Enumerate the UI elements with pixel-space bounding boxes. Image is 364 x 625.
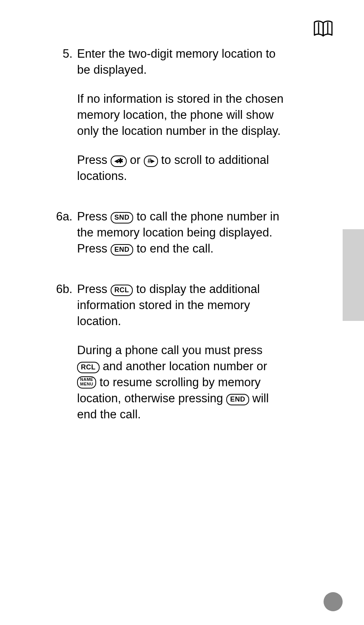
instruction-list: 5. Enter the two-digit memory location t… [42, 46, 286, 447]
text: and another location number or [103, 359, 267, 373]
key-snd: SND [111, 212, 134, 223]
key-rcl: RCL [77, 362, 100, 373]
text: or [130, 153, 143, 167]
manual-page: 5. Enter the two-digit memory location t… [0, 0, 364, 625]
text: Press SND to call the phone number in th… [77, 209, 286, 257]
step-number: 5. [42, 46, 77, 62]
text: Enter the two-digit memory location to b… [77, 46, 286, 78]
key-rcl: RCL [111, 285, 133, 296]
text: to end the call. [137, 242, 214, 255]
key-line: NAME [80, 377, 93, 382]
key-line: MENU [80, 382, 93, 386]
text: During a phone call you must press [77, 343, 263, 357]
step-body: Enter the two-digit memory location to b… [77, 46, 286, 184]
step-5: 5. Enter the two-digit memory location t… [42, 46, 286, 184]
text: Press [77, 153, 111, 167]
text: Press ◂✱ or #▸ to scroll to additional l… [77, 152, 286, 184]
section-tab [343, 229, 364, 321]
step-6b: 6b. Press RCL to display the additional … [42, 281, 286, 423]
step-number: 6a. [42, 209, 77, 225]
step-number: 6b. [42, 281, 77, 297]
step-6a: 6a. Press SND to call the phone number i… [42, 209, 286, 257]
text: Press RCL to display the additional info… [77, 281, 286, 329]
text: Press [77, 282, 111, 296]
step-body: Press SND to call the phone number in th… [77, 209, 286, 257]
text: If no information is stored in the chose… [77, 91, 286, 139]
text: Press [77, 210, 111, 223]
key-end: END [111, 244, 134, 256]
book-icon [313, 18, 333, 39]
key-name-menu: NAMEMENU [77, 376, 96, 389]
key-end: END [226, 394, 249, 405]
page-marker [324, 592, 343, 611]
step-body: Press RCL to display the additional info… [77, 281, 286, 423]
text: During a phone call you must press RCL a… [77, 342, 286, 423]
key-hash-arrow-right: #▸ [144, 155, 158, 167]
key-arrow-left-star: ◂✱ [111, 155, 127, 167]
